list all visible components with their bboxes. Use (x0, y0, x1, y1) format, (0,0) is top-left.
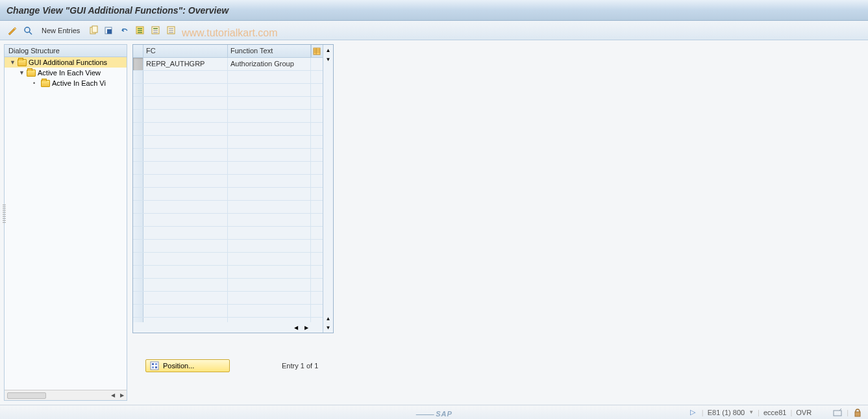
row-selector[interactable] (133, 318, 143, 322)
table-settings-icon[interactable] (311, 45, 321, 57)
cell-function-text[interactable] (228, 97, 311, 109)
row-selector[interactable] (133, 292, 143, 304)
row-selector[interactable] (133, 162, 143, 174)
cell-fc[interactable] (143, 266, 228, 278)
scroll-left-icon[interactable]: ◀ (108, 391, 118, 400)
tree-node-active-in-each-view[interactable]: ▼ Active In Each View (5, 68, 127, 78)
expand-collapse-icon[interactable]: ▼ (19, 70, 25, 76)
cell-function-text[interactable] (228, 175, 311, 187)
table-row[interactable] (133, 279, 323, 292)
row-selector[interactable] (133, 253, 143, 265)
table-row[interactable] (133, 188, 323, 201)
cell-function-text[interactable] (228, 305, 311, 317)
tree-node-gui-additional-functions[interactable]: ▼ GUI Additional Functions (5, 57, 127, 68)
table-row[interactable] (133, 240, 323, 253)
new-entries-button[interactable]: New Entries (38, 25, 84, 36)
row-selector-header[interactable] (133, 45, 143, 57)
cell-fc[interactable] (143, 84, 228, 96)
cell-function-text[interactable] (228, 214, 311, 226)
cell-function-text[interactable] (228, 136, 311, 148)
row-selector[interactable] (133, 110, 143, 122)
cell-fc[interactable] (143, 123, 228, 135)
lock-icon[interactable] (852, 408, 863, 417)
scroll-down-icon[interactable]: ▼ (324, 55, 333, 64)
cell-function-text[interactable] (228, 227, 311, 239)
cell-function-text[interactable] (228, 188, 311, 200)
toggle-display-change-icon[interactable] (6, 25, 18, 36)
row-selector[interactable] (133, 97, 143, 109)
cell-function-text[interactable]: Authorization Group (228, 58, 311, 70)
position-button[interactable]: Position... (145, 359, 230, 372)
cell-fc[interactable] (143, 149, 228, 161)
cell-fc[interactable] (143, 214, 228, 226)
cell-function-text[interactable] (228, 240, 311, 252)
cell-function-text[interactable] (228, 253, 311, 265)
panel-resize-handle[interactable] (3, 205, 6, 224)
column-header-fc[interactable]: FC (143, 45, 228, 57)
scroll-down-icon[interactable]: ▼ (324, 323, 333, 332)
cell-fc[interactable] (143, 201, 228, 213)
cell-fc[interactable] (143, 305, 228, 317)
table-row[interactable] (133, 123, 323, 136)
deselect-all-icon[interactable] (166, 25, 177, 36)
scroll-left-icon[interactable]: ◀ (291, 323, 301, 332)
undo-icon[interactable] (119, 25, 130, 36)
table-row[interactable] (133, 84, 323, 97)
table-row[interactable] (133, 175, 323, 188)
scroll-right-icon[interactable]: ▶ (302, 323, 311, 332)
cell-fc[interactable] (143, 175, 228, 187)
table-row[interactable]: REPR_AUTHGRP Authorization Group (133, 58, 323, 71)
table-horizontal-scrollbar[interactable]: ◀ ▶ (133, 322, 323, 333)
row-selector[interactable] (133, 279, 143, 291)
row-selector[interactable] (133, 214, 143, 226)
scroll-up-icon[interactable]: ▲ (324, 45, 333, 55)
cell-function-text[interactable] (228, 292, 311, 304)
row-selector[interactable] (133, 84, 143, 96)
row-selector[interactable] (133, 149, 143, 161)
row-selector[interactable] (133, 188, 143, 200)
cell-function-text[interactable] (228, 201, 311, 213)
layout-menu-icon[interactable] (832, 408, 843, 417)
cell-fc[interactable] (143, 292, 228, 304)
cell-fc[interactable] (143, 162, 228, 174)
table-row[interactable] (133, 227, 323, 240)
table-row[interactable] (133, 292, 323, 305)
cell-fc[interactable] (143, 97, 228, 109)
row-selector[interactable] (133, 136, 143, 148)
cell-fc[interactable] (143, 253, 228, 265)
cell-function-text[interactable] (228, 266, 311, 278)
table-vertical-scrollbar[interactable]: ▲ ▼ ▲ ▼ (323, 45, 333, 333)
table-row[interactable] (133, 149, 323, 162)
cell-fc[interactable] (143, 188, 228, 200)
row-selector[interactable] (133, 175, 143, 187)
cell-fc[interactable] (143, 279, 228, 291)
tree-horizontal-scrollbar[interactable]: ◀ ▶ (5, 390, 127, 400)
table-row[interactable] (133, 305, 323, 318)
table-row[interactable] (133, 97, 323, 110)
cell-fc[interactable] (143, 71, 228, 83)
scroll-right-icon[interactable]: ▶ (118, 391, 127, 400)
row-selector[interactable] (133, 123, 143, 135)
row-selector[interactable] (133, 240, 143, 252)
cell-function-text[interactable] (228, 123, 311, 135)
column-header-function-text[interactable]: Function Text (228, 45, 311, 57)
cell-function-text[interactable] (228, 149, 311, 161)
delete-icon[interactable] (103, 25, 115, 36)
table-row[interactable] (133, 136, 323, 149)
cell-function-text[interactable] (228, 162, 311, 174)
cell-function-text[interactable] (228, 84, 311, 96)
cell-fc[interactable] (143, 227, 228, 239)
row-selector[interactable] (133, 305, 143, 317)
table-row[interactable] (133, 201, 323, 214)
expand-collapse-icon[interactable]: ▼ (10, 59, 16, 66)
dropdown-icon[interactable]: ▼ (749, 409, 754, 415)
row-selector[interactable] (133, 58, 143, 70)
cell-fc[interactable] (143, 240, 228, 252)
tree-node-active-in-each-vi[interactable]: • Active In Each Vi (5, 78, 127, 88)
session-info-icon[interactable]: ▷ (688, 408, 698, 417)
other-view-icon[interactable] (22, 25, 34, 36)
table-row[interactable] (133, 162, 323, 175)
row-selector[interactable] (133, 227, 143, 239)
table-row[interactable] (133, 110, 323, 123)
select-block-icon[interactable] (150, 25, 162, 36)
